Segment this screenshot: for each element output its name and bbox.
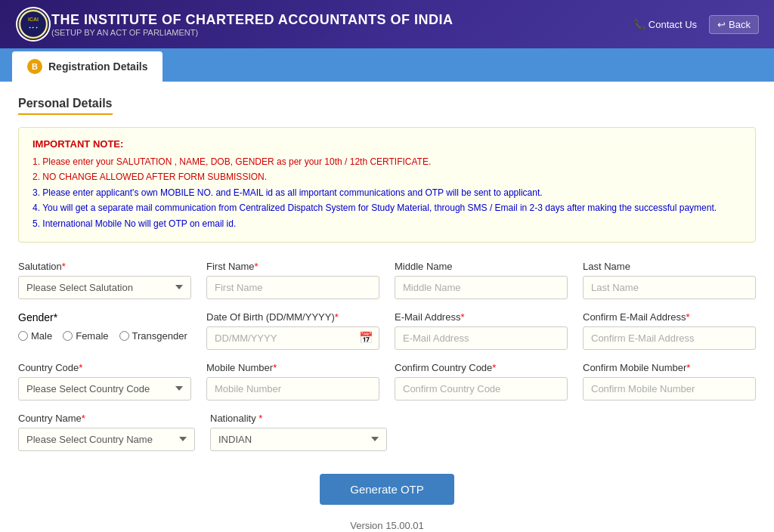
header-actions: 📞 Contact Us ↩ Back [633, 15, 759, 34]
form-row-1: Salutation* Please Select Salutation Mr.… [18, 261, 756, 299]
gender-label: Gender* [18, 311, 191, 323]
salutation-label: Salutation* [18, 261, 191, 272]
header: ICAI ✦ ✦ ✦ THE INSTITUTE OF CHARTERED AC… [0, 0, 774, 48]
gender-group: Gender* Male Female Transgender [18, 311, 191, 350]
dob-wrapper: 📅 [206, 326, 379, 350]
dob-input[interactable] [206, 326, 379, 350]
button-area: Generate OTP [18, 474, 756, 505]
gender-male-option[interactable]: Male [18, 330, 52, 342]
important-note-box: IMPORTANT NOTE: 1. Please enter your SAL… [18, 127, 756, 243]
back-arrow-icon: ↩ [717, 19, 726, 30]
institute-logo: ICAI ✦ ✦ ✦ [15, 6, 51, 42]
gender-options: Male Female Transgender [18, 327, 191, 342]
confirm-country-code-label: Confirm Country Code* [395, 362, 568, 373]
note-item-3: 3. Please enter applicant's own MOBILE N… [33, 185, 741, 200]
note-item-5: 5. International Mobile No will get OTP … [33, 216, 741, 231]
confirm-email-input[interactable] [583, 326, 756, 350]
country-name-group: Country Name* Please Select Country Name… [18, 413, 195, 451]
mobile-label: Mobile Number* [206, 362, 379, 373]
tab-bar: B Registration Details [0, 48, 774, 82]
form-row-3: Country Code* Please Select Country Code… [18, 362, 756, 401]
header-title: THE INSTITUTE OF CHARTERED ACCOUNTANTS O… [51, 12, 633, 28]
note-item-4: 4. You will get a separate mail communic… [33, 200, 741, 215]
content-area: Personal Details IMPORTANT NOTE: 1. Plea… [0, 82, 774, 532]
confirm-mobile-label: Confirm Mobile Number* [583, 362, 756, 373]
middle-name-label: Middle Name [395, 261, 568, 272]
gender-female-option[interactable]: Female [63, 330, 108, 342]
middle-name-group: Middle Name [395, 261, 568, 299]
tab-icon: B [27, 59, 42, 74]
last-name-label: Last Name [583, 261, 756, 272]
form-row-4: Country Name* Please Select Country Name… [18, 413, 756, 451]
tab-label: Registration Details [48, 60, 147, 73]
note-item-1: 1. Please enter your SALUTATION , NAME, … [33, 154, 741, 169]
confirm-mobile-group: Confirm Mobile Number* [583, 362, 756, 401]
country-code-select[interactable]: Please Select Country Code +91 India +1 … [18, 377, 191, 401]
svg-text:✦ ✦ ✦: ✦ ✦ ✦ [29, 26, 38, 29]
mobile-input[interactable] [206, 377, 379, 401]
dob-label: Date Of Birth (DD/MM/YYYY)* [206, 311, 379, 323]
form-row-2: Gender* Male Female Transgender Date [18, 311, 756, 350]
mobile-group: Mobile Number* [206, 362, 379, 401]
gender-female-radio[interactable] [63, 331, 73, 341]
nationality-select[interactable]: INDIAN FOREIGN [210, 428, 387, 451]
confirm-country-code-input[interactable] [395, 377, 568, 401]
confirm-mobile-input[interactable] [583, 377, 756, 401]
salutation-select[interactable]: Please Select Salutation Mr. Mrs. Ms. Dr… [18, 276, 191, 299]
country-code-label: Country Code* [18, 362, 191, 373]
last-name-group: Last Name [583, 261, 756, 299]
confirm-country-code-group: Confirm Country Code* [395, 362, 568, 401]
confirm-email-label: Confirm E-Mail Address* [583, 311, 756, 323]
email-input[interactable] [395, 326, 568, 350]
first-name-input[interactable] [206, 276, 379, 299]
registration-details-tab[interactable]: B Registration Details [12, 51, 163, 82]
section-title: Personal Details [18, 97, 113, 115]
nationality-group: Nationality * INDIAN FOREIGN [210, 413, 387, 451]
back-label: Back [729, 19, 751, 30]
middle-name-input[interactable] [395, 276, 568, 299]
contact-us-button[interactable]: 📞 Contact Us [633, 19, 697, 30]
note-item-2: 2. NO CHANGE ALLOWED AFTER FORM SUBMISSI… [33, 169, 741, 184]
country-name-label: Country Name* [18, 413, 195, 424]
dob-group: Date Of Birth (DD/MM/YYYY)* 📅 [206, 311, 379, 350]
first-name-group: First Name* [206, 261, 379, 299]
version-text: Version 15.00.01 [18, 520, 756, 531]
country-name-select[interactable]: Please Select Country Name India USA UK [18, 428, 195, 451]
generate-otp-button[interactable]: Generate OTP [320, 474, 454, 505]
first-name-label: First Name* [206, 261, 379, 272]
country-code-group: Country Code* Please Select Country Code… [18, 362, 191, 401]
nationality-label: Nationality * [210, 413, 387, 424]
back-button[interactable]: ↩ Back [709, 15, 759, 34]
gender-transgender-radio[interactable] [119, 331, 129, 341]
last-name-input[interactable] [583, 276, 756, 299]
contact-us-label: Contact Us [649, 19, 697, 30]
gender-transgender-option[interactable]: Transgender [119, 330, 187, 342]
header-title-block: THE INSTITUTE OF CHARTERED ACCOUNTANTS O… [51, 12, 633, 37]
calendar-icon[interactable]: 📅 [359, 331, 373, 345]
header-subtitle: (SETUP BY AN ACT OF PARLIAMENT) [51, 28, 633, 37]
email-group: E-Mail Address* [395, 311, 568, 350]
email-label: E-Mail Address* [395, 311, 568, 323]
phone-icon: 📞 [633, 19, 646, 30]
gender-male-radio[interactable] [18, 331, 28, 341]
spacer [402, 413, 756, 451]
svg-text:ICAI: ICAI [28, 17, 39, 22]
salutation-group: Salutation* Please Select Salutation Mr.… [18, 261, 191, 299]
confirm-email-group: Confirm E-Mail Address* [583, 311, 756, 350]
note-title: IMPORTANT NOTE: [33, 138, 741, 150]
